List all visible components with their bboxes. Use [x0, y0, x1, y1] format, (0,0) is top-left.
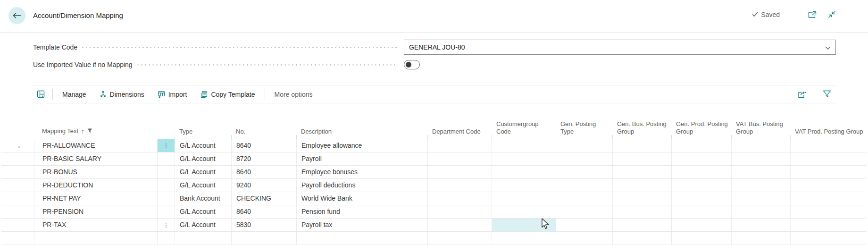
column-header-description[interactable]: Description: [296, 116, 427, 139]
gen-bus-posting-group-cell[interactable]: [612, 152, 671, 165]
gen-posting-type-cell[interactable]: [556, 166, 612, 178]
type-cell[interactable]: G/L Account: [175, 179, 231, 192]
vat-bus-posting-group-cell[interactable]: [731, 192, 790, 205]
import-menu-item[interactable]: Import: [151, 91, 194, 98]
mapping-text-cell[interactable]: PR-NET PAY: [34, 192, 157, 205]
no-cell[interactable]: 9240: [231, 179, 296, 192]
vat-prod-posting-group-cell[interactable]: [790, 232, 867, 245]
row-menu-cell[interactable]: [157, 166, 175, 178]
gen-bus-posting-group-cell[interactable]: [612, 139, 671, 152]
vat-bus-posting-group-cell[interactable]: [731, 179, 790, 192]
customergroup-code-cell-hovered[interactable]: [492, 219, 556, 231]
column-header-customergroup-code[interactable]: Customergroup Code: [492, 116, 556, 139]
vat-prod-posting-group-cell[interactable]: [790, 139, 867, 152]
type-cell[interactable]: G/L Account: [175, 219, 231, 231]
share-button[interactable]: [793, 90, 811, 98]
department-code-cell[interactable]: [427, 152, 492, 165]
row-menu-cell[interactable]: ⋮: [157, 139, 175, 152]
no-cell[interactable]: [231, 232, 296, 245]
gen-bus-posting-group-cell[interactable]: [612, 219, 671, 231]
vat-prod-posting-group-cell[interactable]: [790, 166, 867, 178]
description-cell[interactable]: Payroll tax: [296, 219, 427, 231]
department-code-cell[interactable]: [427, 219, 492, 231]
description-cell[interactable]: World Wide Bank: [296, 192, 427, 205]
template-code-combobox[interactable]: GENERAL JOU-80: [404, 40, 836, 55]
customergroup-code-cell[interactable]: [492, 152, 556, 165]
back-button[interactable]: [8, 7, 25, 24]
description-cell[interactable]: Pension fund: [296, 205, 427, 218]
mapping-text-cell[interactable]: PR-PENSION: [34, 205, 157, 218]
copy-template-menu-item[interactable]: Copy Template: [193, 91, 261, 98]
filter-button[interactable]: [818, 90, 836, 98]
no-cell[interactable]: 8640: [231, 139, 296, 152]
vat-bus-posting-group-cell[interactable]: [731, 219, 790, 231]
column-header-mapping-text[interactable]: Mapping Text ↑: [34, 116, 175, 139]
gen-posting-type-cell[interactable]: [556, 139, 612, 152]
vat-bus-posting-group-cell[interactable]: [731, 139, 790, 152]
gen-prod-posting-group-cell[interactable]: [671, 166, 731, 178]
vat-prod-posting-group-cell[interactable]: [790, 192, 867, 205]
department-code-cell[interactable]: [427, 139, 492, 152]
gen-bus-posting-group-cell[interactable]: [612, 205, 671, 218]
row-menu-cell[interactable]: [157, 205, 175, 218]
department-code-cell[interactable]: [427, 179, 492, 192]
gen-prod-posting-group-cell[interactable]: [671, 179, 731, 192]
type-cell[interactable]: Bank Account: [175, 192, 231, 205]
gen-bus-posting-group-cell[interactable]: [612, 192, 671, 205]
description-cell[interactable]: Employee allowance: [296, 139, 427, 152]
column-header-vat-prod-posting-group[interactable]: VAT Prod. Posting Group: [790, 116, 867, 139]
type-cell[interactable]: G/L Account: [175, 139, 231, 152]
mapping-text-cell[interactable]: PR-DEDUCTION: [34, 179, 157, 192]
column-header-gen-bus-posting-group[interactable]: Gen. Bus. Posting Group: [612, 116, 671, 139]
gen-bus-posting-group-cell[interactable]: [612, 179, 671, 192]
customergroup-code-cell[interactable]: [492, 179, 556, 192]
type-cell[interactable]: [175, 232, 231, 245]
vat-prod-posting-group-cell[interactable]: [790, 205, 867, 218]
grid-view-button[interactable]: [32, 90, 50, 98]
column-header-no[interactable]: No.: [231, 116, 296, 139]
no-cell[interactable]: 5830: [231, 219, 296, 231]
department-code-cell[interactable]: [427, 232, 492, 245]
column-header-gen-prod-posting-group[interactable]: Gen. Prod. Posting Group: [671, 116, 731, 139]
gen-prod-posting-group-cell[interactable]: [671, 152, 731, 165]
customergroup-code-cell[interactable]: [492, 205, 556, 218]
customergroup-code-cell[interactable]: [492, 192, 556, 205]
description-cell[interactable]: Employee bonuses: [296, 166, 427, 178]
column-header-gen-posting-type[interactable]: Gen. Posting Type: [556, 116, 612, 139]
department-code-cell[interactable]: [427, 205, 492, 218]
gen-prod-posting-group-cell[interactable]: [671, 232, 731, 245]
description-cell[interactable]: Payroll: [296, 152, 427, 165]
column-header-vat-bus-posting-group[interactable]: VAT Bus. Posting Group: [731, 116, 790, 139]
gen-bus-posting-group-cell[interactable]: [612, 232, 671, 245]
gen-prod-posting-group-cell[interactable]: [671, 192, 731, 205]
gen-posting-type-cell[interactable]: [556, 219, 612, 231]
vat-bus-posting-group-cell[interactable]: [731, 232, 790, 245]
use-imported-value-toggle[interactable]: [404, 60, 420, 69]
type-cell[interactable]: G/L Account: [175, 152, 231, 165]
row-menu-cell[interactable]: ⋮: [157, 219, 175, 231]
no-cell[interactable]: 8640: [231, 166, 296, 178]
mapping-text-cell[interactable]: PR-BASIC SALARY: [34, 152, 157, 165]
dimensions-menu-item[interactable]: Dimensions: [93, 91, 151, 98]
mapping-text-cell[interactable]: PR-ALLOWANCE: [34, 139, 157, 152]
vat-bus-posting-group-cell[interactable]: [731, 152, 790, 165]
gen-posting-type-cell[interactable]: [556, 232, 612, 245]
customergroup-code-cell[interactable]: [492, 166, 556, 178]
mapping-text-cell[interactable]: [34, 232, 157, 245]
more-options-menu-item[interactable]: More options: [268, 91, 319, 98]
gen-posting-type-cell[interactable]: [556, 192, 612, 205]
gen-posting-type-cell[interactable]: [556, 179, 612, 192]
description-cell[interactable]: [296, 232, 427, 245]
row-menu-cell[interactable]: [157, 192, 175, 205]
row-menu-cell[interactable]: [157, 179, 175, 192]
customergroup-code-cell[interactable]: [492, 139, 556, 152]
no-cell[interactable]: CHECKING: [231, 192, 296, 205]
mapping-text-cell[interactable]: PR-BONUS: [34, 166, 157, 178]
description-cell[interactable]: Payroll deductions: [296, 179, 427, 192]
vat-prod-posting-group-cell[interactable]: [790, 179, 867, 192]
no-cell[interactable]: 8720: [231, 152, 296, 165]
vat-prod-posting-group-cell[interactable]: [790, 219, 867, 231]
column-header-department-code[interactable]: Department Code: [427, 116, 492, 139]
gen-prod-posting-group-cell[interactable]: [671, 205, 731, 218]
manage-menu-item[interactable]: Manage: [56, 91, 93, 98]
